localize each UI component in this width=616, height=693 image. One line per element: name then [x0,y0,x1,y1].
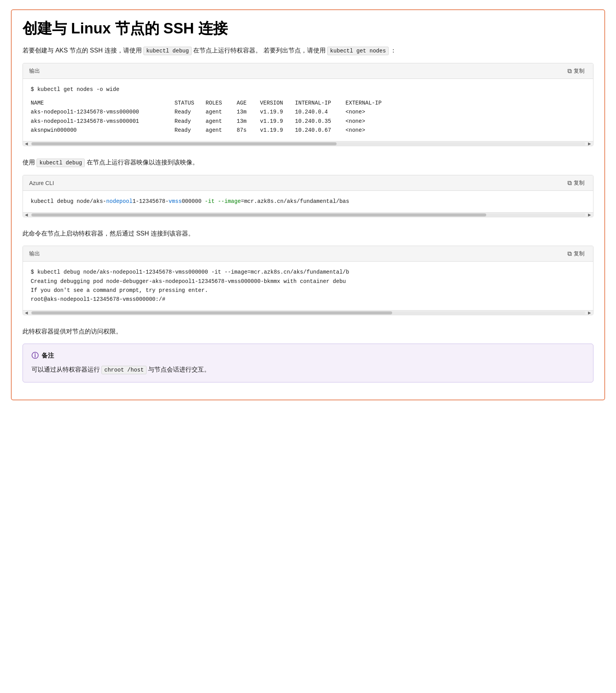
intro-text2: 在节点上运行特权容器。 若要列出节点，请使用 [193,47,325,54]
azure-cli-header: Azure CLI ⧉ 复制 [23,175,593,191]
copy-icon-1: ⧉ [567,68,572,75]
output-block-1-content: $ kubectl get nodes -o wide NAMESTATUSRO… [23,79,593,141]
note-body: 可以通过从特权容器运行 chroot /host 与节点会话进行交互。 [31,364,585,375]
note-header: ⓘ 备注 [31,351,585,360]
note-code1: chroot /host [101,366,146,374]
note-box: ⓘ 备注 可以通过从特权容器运行 chroot /host 与节点会话进行交互。 [23,344,593,382]
section4-paragraph: 此特权容器提供对节点的访问权限。 [23,326,593,337]
azure-cli-content: kubectl debug node/aks-nodepool1-1234567… [23,191,593,212]
intro-text1: 若要创建与 AKS 节点的 SSH 连接，请使用 [23,47,142,54]
intro-paragraph: 若要创建与 AKS 节点的 SSH 连接，请使用 kubectl debug 在… [23,45,593,56]
copy-button-1[interactable]: ⧉ 复制 [565,66,587,75]
section2-code1: kubectl debug [37,159,85,167]
note-text1: 可以通过从特权容器运行 [31,366,100,373]
output-block-1: 输出 ⧉ 复制 $ kubectl get nodes -o wide NAME… [23,63,593,146]
section3-paragraph: 此命令在节点上启动特权容器，然后通过 SSH 连接到该容器。 [23,228,593,239]
copy-button-3[interactable]: ⧉ 复制 [565,249,587,258]
scrollbar-2[interactable]: ◀ ▶ [23,212,593,217]
scroll-left-3[interactable]: ◀ [23,311,30,315]
page-title: 创建与 Linux 节点的 SSH 连接 [23,19,593,37]
intro-code2: kubectl get nodes [327,47,389,55]
azure-cli-block: Azure CLI ⧉ 复制 kubectl debug node/aks-no… [23,175,593,217]
scrollbar-thumb-1[interactable] [31,142,337,145]
copy-label-1: 复制 [574,67,585,75]
output-block-2-content: $ kubectl debug node/aks-nodepool1-12345… [23,262,593,310]
note-title: 备注 [42,352,54,360]
output-block-2: 输出 ⧉ 复制 $ kubectl debug node/aks-nodepoo… [23,246,593,315]
scroll-right-2[interactable]: ▶ [586,213,593,217]
scroll-right-1[interactable]: ▶ [586,141,593,146]
output-block-2-header: 输出 ⧉ 复制 [23,246,593,262]
section2-text2: 在节点上运行容器映像以连接到该映像。 [87,159,199,166]
copy-label-3: 复制 [574,250,585,257]
azure-cli-code: kubectl debug node/aks-nodepool1-1234567… [31,197,585,206]
note-text2: 与节点会话进行交互。 [148,366,210,373]
page-container: 创建与 Linux 节点的 SSH 连接 若要创建与 AKS 节点的 SSH 连… [11,9,605,400]
scrollbar-1[interactable]: ◀ ▶ [23,141,593,146]
copy-button-2[interactable]: ⧉ 复制 [565,178,587,187]
output-block-2-title: 输出 [29,250,40,257]
note-info-icon: ⓘ [31,351,38,360]
output-block-1-title: 输出 [29,67,40,75]
scrollbar-thumb-3[interactable] [31,311,392,314]
intro-code1: kubectl debug [143,47,192,55]
copy-icon-3: ⧉ [567,250,572,257]
output-block-2-code: $ kubectl debug node/aks-nodepool1-12345… [31,268,585,304]
azure-cli-title: Azure CLI [29,180,54,186]
scroll-right-3[interactable]: ▶ [586,311,593,315]
output-block-1-header: 输出 ⧉ 复制 [23,63,593,79]
section2-paragraph: 使用 kubectl debug 在节点上运行容器映像以连接到该映像。 [23,157,593,168]
copy-icon-2: ⧉ [567,180,572,187]
table-content: NAMESTATUSROLESAGEVERSIONINTERNAL-IPEXTE… [31,99,585,135]
scroll-left-2[interactable]: ◀ [23,213,30,217]
section2-text1: 使用 [23,159,35,166]
copy-label-2: 复制 [574,179,585,187]
scroll-left-1[interactable]: ◀ [23,141,30,146]
node-table: $ kubectl get nodes -o wide NAMESTATUSRO… [31,85,585,135]
scrollbar-3[interactable]: ◀ ▶ [23,310,593,315]
scrollbar-thumb-2[interactable] [31,213,486,216]
kubectl-command: $ kubectl get nodes -o wide [31,85,585,94]
intro-text3: ： [390,47,396,54]
